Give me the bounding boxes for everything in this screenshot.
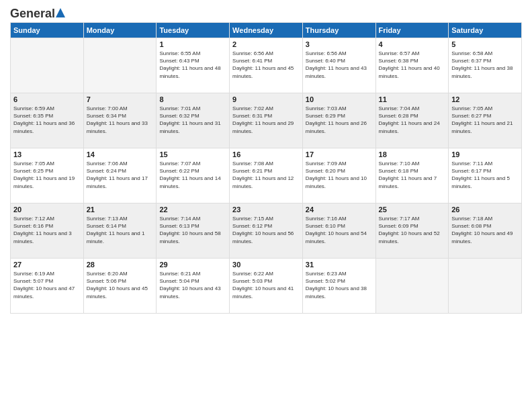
- calendar-cell: 19Sunrise: 7:11 AM Sunset: 6:17 PM Dayli…: [449, 148, 522, 203]
- cell-content: Sunrise: 7:04 AM Sunset: 6:28 PM Dayligh…: [379, 105, 446, 135]
- cell-content: Sunrise: 7:12 AM Sunset: 6:16 PM Dayligh…: [13, 215, 81, 245]
- cell-content: Sunrise: 7:16 AM Sunset: 6:10 PM Dayligh…: [306, 215, 373, 245]
- page: General SundayMondayTuesdayWednesdayThur…: [0, 0, 532, 411]
- day-number: 4: [379, 40, 446, 48]
- day-number: 25: [379, 205, 446, 214]
- day-number: 14: [87, 150, 154, 158]
- cell-content: Sunrise: 7:00 AM Sunset: 6:34 PM Dayligh…: [87, 105, 154, 135]
- svg-marker-0: [56, 8, 65, 17]
- day-number: 17: [306, 150, 373, 158]
- day-number: 20: [13, 205, 81, 214]
- day-number: 12: [451, 95, 519, 103]
- cell-content: Sunrise: 7:17 AM Sunset: 6:09 PM Dayligh…: [379, 215, 446, 245]
- weekday-header: Thursday: [302, 23, 375, 38]
- calendar: SundayMondayTuesdayWednesdayThursdayFrid…: [10, 22, 522, 314]
- cell-content: Sunrise: 6:20 AM Sunset: 5:06 PM Dayligh…: [87, 270, 154, 300]
- day-number: 27: [13, 261, 81, 269]
- day-number: 28: [87, 261, 154, 269]
- cell-content: Sunrise: 7:11 AM Sunset: 6:17 PM Dayligh…: [451, 160, 519, 190]
- calendar-cell: 14Sunrise: 7:06 AM Sunset: 6:24 PM Dayli…: [83, 148, 157, 203]
- day-number: 13: [13, 150, 81, 158]
- cell-content: Sunrise: 7:05 AM Sunset: 6:27 PM Dayligh…: [451, 105, 519, 135]
- calendar-cell: 13Sunrise: 7:05 AM Sunset: 6:25 PM Dayli…: [11, 148, 84, 203]
- day-number: 11: [379, 95, 446, 103]
- calendar-cell: 22Sunrise: 7:14 AM Sunset: 6:13 PM Dayli…: [157, 203, 230, 259]
- calendar-cell: 6Sunrise: 6:59 AM Sunset: 6:35 PM Daylig…: [11, 93, 84, 148]
- day-number: 26: [451, 205, 519, 214]
- calendar-cell: 4Sunrise: 6:57 AM Sunset: 6:38 PM Daylig…: [375, 38, 449, 93]
- calendar-cell: 7Sunrise: 7:00 AM Sunset: 6:34 PM Daylig…: [83, 93, 157, 148]
- day-number: 30: [232, 261, 300, 269]
- calendar-cell: 8Sunrise: 7:01 AM Sunset: 6:32 PM Daylig…: [157, 93, 230, 148]
- day-number: 29: [159, 261, 226, 269]
- cell-content: Sunrise: 7:15 AM Sunset: 6:12 PM Dayligh…: [232, 215, 300, 245]
- day-number: 15: [159, 150, 226, 158]
- day-number: 10: [306, 95, 373, 103]
- calendar-cell: 15Sunrise: 7:07 AM Sunset: 6:22 PM Dayli…: [157, 148, 230, 203]
- weekday-header: Saturday: [449, 23, 522, 38]
- cell-content: Sunrise: 7:13 AM Sunset: 6:14 PM Dayligh…: [87, 215, 154, 245]
- calendar-cell: 24Sunrise: 7:16 AM Sunset: 6:10 PM Dayli…: [302, 203, 375, 259]
- cell-content: Sunrise: 7:02 AM Sunset: 6:31 PM Dayligh…: [232, 105, 300, 135]
- calendar-week-row: 13Sunrise: 7:05 AM Sunset: 6:25 PM Dayli…: [11, 148, 522, 203]
- day-number: 2: [232, 40, 300, 48]
- calendar-cell: 9Sunrise: 7:02 AM Sunset: 6:31 PM Daylig…: [230, 93, 303, 148]
- cell-content: Sunrise: 6:57 AM Sunset: 6:38 PM Dayligh…: [379, 50, 446, 80]
- day-number: 18: [379, 150, 446, 158]
- calendar-cell: 12Sunrise: 7:05 AM Sunset: 6:27 PM Dayli…: [449, 93, 522, 148]
- calendar-cell: 1Sunrise: 6:55 AM Sunset: 6:43 PM Daylig…: [157, 38, 230, 93]
- cell-content: Sunrise: 7:06 AM Sunset: 6:24 PM Dayligh…: [87, 160, 154, 190]
- calendar-cell: 17Sunrise: 7:09 AM Sunset: 6:20 PM Dayli…: [302, 148, 375, 203]
- day-number: 19: [451, 150, 519, 158]
- cell-content: Sunrise: 6:23 AM Sunset: 5:02 PM Dayligh…: [306, 270, 373, 300]
- day-number: 24: [306, 205, 373, 214]
- calendar-cell: [375, 259, 449, 314]
- calendar-cell: 23Sunrise: 7:15 AM Sunset: 6:12 PM Dayli…: [230, 203, 303, 259]
- weekday-header: Monday: [83, 23, 157, 38]
- calendar-cell: [83, 38, 157, 93]
- cell-content: Sunrise: 6:19 AM Sunset: 5:07 PM Dayligh…: [13, 270, 81, 300]
- calendar-cell: 21Sunrise: 7:13 AM Sunset: 6:14 PM Dayli…: [83, 203, 157, 259]
- day-number: 31: [306, 261, 373, 269]
- cell-content: Sunrise: 7:05 AM Sunset: 6:25 PM Dayligh…: [13, 160, 81, 190]
- cell-content: Sunrise: 7:09 AM Sunset: 6:20 PM Dayligh…: [306, 160, 373, 190]
- day-number: 8: [159, 95, 226, 103]
- cell-content: Sunrise: 6:58 AM Sunset: 6:37 PM Dayligh…: [451, 50, 519, 80]
- cell-content: Sunrise: 7:01 AM Sunset: 6:32 PM Dayligh…: [159, 105, 226, 135]
- calendar-week-row: 6Sunrise: 6:59 AM Sunset: 6:35 PM Daylig…: [11, 93, 522, 148]
- cell-content: Sunrise: 7:10 AM Sunset: 6:18 PM Dayligh…: [379, 160, 446, 190]
- cell-content: Sunrise: 6:22 AM Sunset: 5:03 PM Dayligh…: [232, 270, 300, 300]
- day-number: 9: [232, 95, 300, 103]
- day-number: 3: [306, 40, 373, 48]
- header: General: [10, 7, 522, 18]
- calendar-cell: 30Sunrise: 6:22 AM Sunset: 5:03 PM Dayli…: [230, 259, 303, 314]
- cell-content: Sunrise: 6:55 AM Sunset: 6:43 PM Dayligh…: [159, 50, 226, 80]
- day-number: 21: [87, 205, 154, 214]
- calendar-cell: 28Sunrise: 6:20 AM Sunset: 5:06 PM Dayli…: [83, 259, 157, 314]
- calendar-cell: 18Sunrise: 7:10 AM Sunset: 6:18 PM Dayli…: [375, 148, 449, 203]
- calendar-cell: 11Sunrise: 7:04 AM Sunset: 6:28 PM Dayli…: [375, 93, 449, 148]
- calendar-week-row: 1Sunrise: 6:55 AM Sunset: 6:43 PM Daylig…: [11, 38, 522, 93]
- calendar-week-row: 20Sunrise: 7:12 AM Sunset: 6:16 PM Dayli…: [11, 203, 522, 259]
- cell-content: Sunrise: 7:03 AM Sunset: 6:29 PM Dayligh…: [306, 105, 373, 135]
- logo-triangle-icon: [56, 8, 65, 20]
- cell-content: Sunrise: 7:14 AM Sunset: 6:13 PM Dayligh…: [159, 215, 226, 245]
- calendar-header-row: SundayMondayTuesdayWednesdayThursdayFrid…: [11, 23, 522, 38]
- day-number: 16: [232, 150, 300, 158]
- calendar-cell: 3Sunrise: 6:56 AM Sunset: 6:40 PM Daylig…: [302, 38, 375, 93]
- calendar-cell: 16Sunrise: 7:08 AM Sunset: 6:21 PM Dayli…: [230, 148, 303, 203]
- calendar-cell: 31Sunrise: 6:23 AM Sunset: 5:02 PM Dayli…: [302, 259, 375, 314]
- day-number: 22: [159, 205, 226, 214]
- cell-content: Sunrise: 6:56 AM Sunset: 6:40 PM Dayligh…: [306, 50, 373, 80]
- cell-content: Sunrise: 7:08 AM Sunset: 6:21 PM Dayligh…: [232, 160, 300, 190]
- cell-content: Sunrise: 6:59 AM Sunset: 6:35 PM Dayligh…: [13, 105, 81, 135]
- calendar-cell: 20Sunrise: 7:12 AM Sunset: 6:16 PM Dayli…: [11, 203, 84, 259]
- calendar-week-row: 27Sunrise: 6:19 AM Sunset: 5:07 PM Dayli…: [11, 259, 522, 314]
- logo: General: [10, 7, 66, 18]
- weekday-header: Friday: [375, 23, 449, 38]
- calendar-cell: 2Sunrise: 6:56 AM Sunset: 6:41 PM Daylig…: [230, 38, 303, 93]
- cell-content: Sunrise: 7:07 AM Sunset: 6:22 PM Dayligh…: [159, 160, 226, 190]
- calendar-cell: [449, 259, 522, 314]
- weekday-header: Sunday: [11, 23, 84, 38]
- calendar-cell: 25Sunrise: 7:17 AM Sunset: 6:09 PM Dayli…: [375, 203, 449, 259]
